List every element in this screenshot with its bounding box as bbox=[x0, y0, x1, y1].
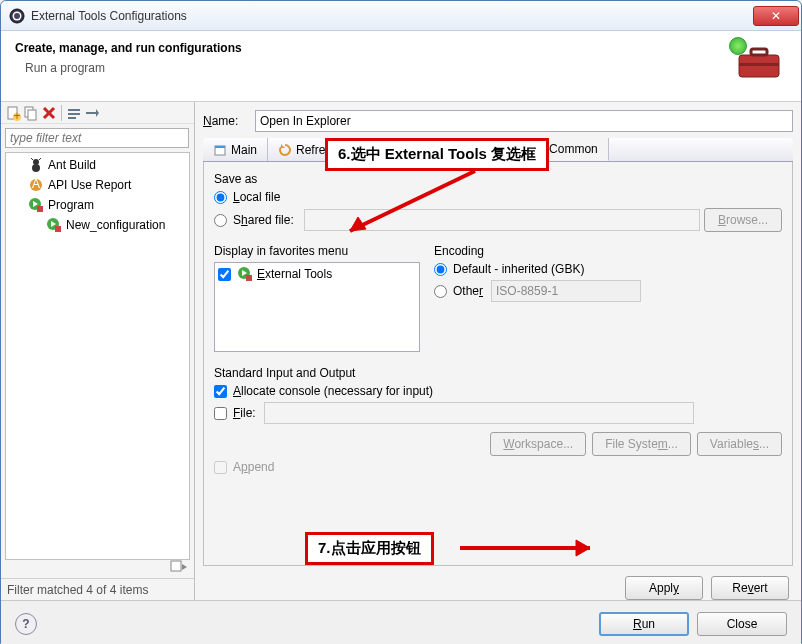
favorites-item-label: External Tools bbox=[257, 267, 332, 281]
header-icon bbox=[735, 41, 787, 93]
encoding-combo bbox=[491, 280, 641, 302]
encoding-label: Encoding bbox=[434, 244, 782, 258]
svg-rect-10 bbox=[28, 110, 36, 120]
tree-item-ant[interactable]: Ant Build bbox=[8, 155, 187, 175]
file-input bbox=[264, 402, 694, 424]
separator bbox=[61, 105, 62, 121]
config-tree[interactable]: Ant Build A API Use Report Program New_c… bbox=[5, 152, 190, 560]
collapse-icon[interactable] bbox=[84, 105, 100, 121]
program-icon bbox=[46, 217, 62, 233]
allocate-console-checkbox[interactable] bbox=[214, 385, 227, 398]
program-icon bbox=[28, 197, 44, 213]
svg-rect-5 bbox=[751, 49, 767, 55]
encoding-other-label[interactable]: Other bbox=[453, 284, 483, 298]
left-toolbar: + bbox=[1, 102, 194, 124]
shared-file-radio[interactable] bbox=[214, 214, 227, 227]
app-icon bbox=[9, 8, 25, 24]
file-label[interactable]: File: bbox=[233, 406, 256, 420]
header-title: Create, manage, and run configurations bbox=[15, 41, 735, 55]
tab-main[interactable]: Main bbox=[203, 138, 268, 161]
local-file-radio[interactable] bbox=[214, 191, 227, 204]
local-file-label[interactable]: Local file bbox=[233, 190, 280, 204]
svg-rect-34 bbox=[246, 275, 252, 281]
saveas-label: Save as bbox=[214, 172, 782, 186]
window-title: External Tools Configurations bbox=[31, 9, 753, 23]
run-icon bbox=[729, 37, 747, 55]
variables-button: Variables... bbox=[697, 432, 782, 456]
svg-rect-25 bbox=[215, 146, 225, 148]
encoding-default-radio[interactable] bbox=[434, 263, 447, 276]
delete-icon[interactable] bbox=[41, 105, 57, 121]
window-close-button[interactable]: ✕ bbox=[753, 6, 799, 26]
svg-text:A: A bbox=[32, 177, 40, 191]
filter-input[interactable] bbox=[5, 128, 189, 148]
encoding-default-label[interactable]: Default - inherited (GBK) bbox=[453, 262, 584, 276]
tab-label: Main bbox=[231, 143, 257, 157]
ant-icon bbox=[28, 157, 44, 173]
titlebar[interactable]: External Tools Configurations ✕ bbox=[1, 1, 801, 31]
svg-rect-13 bbox=[68, 117, 76, 119]
encoding-other-radio[interactable] bbox=[434, 285, 447, 298]
dialog-window: External Tools Configurations ✕ Create, … bbox=[0, 0, 802, 644]
external-tools-checkbox[interactable] bbox=[218, 268, 231, 281]
append-label: Append bbox=[233, 460, 274, 474]
svg-rect-14 bbox=[86, 112, 96, 114]
tree-item-program[interactable]: Program bbox=[8, 195, 187, 215]
tree-label: Program bbox=[48, 198, 94, 212]
annotation-6: 6.选中 External Tools 复选框 bbox=[325, 138, 549, 171]
refresh-icon bbox=[278, 143, 292, 157]
apply-button[interactable]: Apply bbox=[625, 576, 703, 600]
tree-label: New_configuration bbox=[66, 218, 165, 232]
tree-label: Ant Build bbox=[48, 158, 96, 172]
new-config-icon[interactable]: + bbox=[5, 105, 21, 121]
help-button[interactable]: ? bbox=[15, 613, 37, 635]
file-checkbox[interactable] bbox=[214, 407, 227, 420]
revert-button[interactable]: Revert bbox=[711, 576, 789, 600]
workspace-button: Workspace... bbox=[490, 432, 586, 456]
svg-point-2 bbox=[14, 13, 20, 19]
footer: ? Run Close bbox=[1, 600, 801, 644]
view-menu-icon bbox=[170, 560, 188, 574]
close-button[interactable]: Close bbox=[697, 612, 787, 636]
browse-button: Browse... bbox=[704, 208, 782, 232]
right-panel: Name: Main Refresh Build Environment Com… bbox=[195, 102, 801, 600]
favorites-list[interactable]: External Tools bbox=[214, 262, 420, 352]
svg-rect-12 bbox=[68, 113, 80, 115]
name-label: Name: bbox=[203, 114, 249, 128]
header: Create, manage, and run configurations R… bbox=[1, 31, 801, 102]
svg-rect-22 bbox=[55, 226, 61, 232]
arrow-6 bbox=[325, 166, 485, 246]
duplicate-icon[interactable] bbox=[23, 105, 39, 121]
arrow-7 bbox=[455, 534, 615, 564]
left-panel: + Ant Build A API Use Report bbox=[1, 102, 195, 600]
filesystem-button: File System... bbox=[592, 432, 691, 456]
run-button[interactable]: Run bbox=[599, 612, 689, 636]
api-icon: A bbox=[28, 177, 44, 193]
view-menu[interactable] bbox=[1, 560, 194, 578]
name-input[interactable] bbox=[255, 110, 793, 132]
tree-item-api[interactable]: A API Use Report bbox=[8, 175, 187, 195]
favorites-item[interactable]: External Tools bbox=[218, 266, 416, 282]
svg-rect-23 bbox=[171, 561, 181, 571]
header-subtitle: Run a program bbox=[15, 61, 735, 75]
program-icon bbox=[237, 266, 253, 282]
filter-status: Filter matched 4 of 4 items bbox=[1, 578, 194, 600]
main-icon bbox=[213, 143, 227, 157]
tree-item-newconfig[interactable]: New_configuration bbox=[8, 215, 187, 235]
svg-text:+: + bbox=[13, 109, 20, 121]
append-checkbox bbox=[214, 461, 227, 474]
stdio-label: Standard Input and Output bbox=[214, 366, 782, 380]
svg-point-16 bbox=[32, 164, 40, 172]
tree-label: API Use Report bbox=[48, 178, 131, 192]
svg-rect-11 bbox=[68, 109, 80, 111]
shared-file-label[interactable]: Shared file: bbox=[233, 213, 294, 227]
annotation-7: 7.点击应用按钮 bbox=[305, 532, 434, 565]
tab-label: Common bbox=[549, 142, 598, 156]
favorites-label: Display in favorites menu bbox=[214, 244, 420, 258]
svg-rect-4 bbox=[739, 63, 779, 66]
svg-rect-20 bbox=[37, 206, 43, 212]
tab-content: Save as Local file Shared file: Browse..… bbox=[203, 162, 793, 566]
body: + Ant Build A API Use Report bbox=[1, 102, 801, 600]
allocate-console-label[interactable]: Allocate console (necessary for input) bbox=[233, 384, 433, 398]
expand-icon[interactable] bbox=[66, 105, 82, 121]
